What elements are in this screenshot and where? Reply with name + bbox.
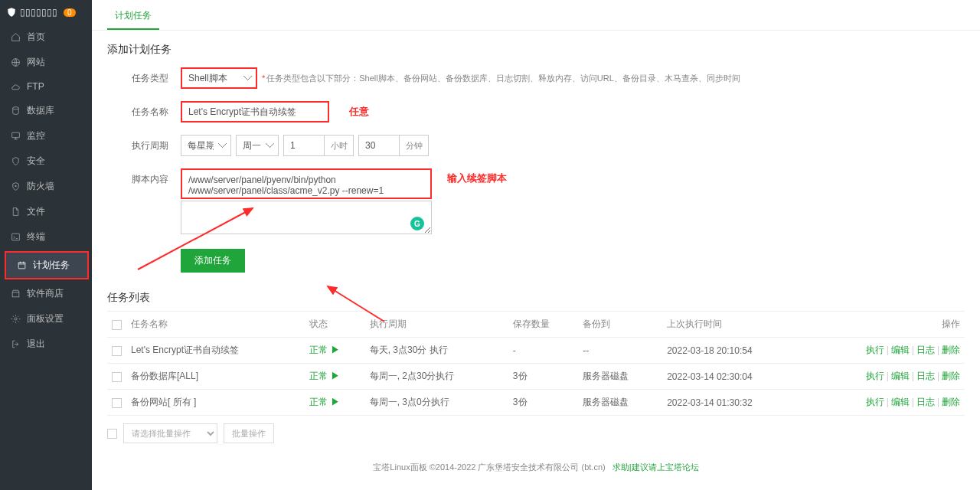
op-执行[interactable]: 执行 bbox=[866, 345, 884, 355]
tab-crontab[interactable]: 计划任务 bbox=[107, 3, 159, 30]
batch-action-button[interactable]: 批量操作 bbox=[224, 423, 274, 443]
sidebar-item-task[interactable]: 计划任务 bbox=[6, 253, 87, 278]
label-task-type: 任务类型 bbox=[107, 67, 181, 85]
cell-status[interactable]: 正常 ▶ bbox=[305, 338, 364, 364]
add-task-button[interactable]: 添加任务 bbox=[181, 249, 245, 273]
cycle-hour-input[interactable] bbox=[283, 135, 325, 156]
cell-name: 备份网站[ 所有 ] bbox=[126, 390, 305, 416]
wall-icon bbox=[11, 181, 21, 191]
task-type-hint: *任务类型包含以下部分：Shell脚本、备份网站、备份数据库、日志切割、释放内存… bbox=[262, 73, 740, 84]
notification-badge[interactable]: 0 bbox=[64, 8, 76, 17]
cell-ops: 执行|编辑|日志|删除 bbox=[806, 364, 965, 390]
globe-icon bbox=[11, 57, 21, 67]
label-cycle: 执行周期 bbox=[107, 135, 181, 152]
cell-last: 2022-03-14 02:30:04 bbox=[662, 364, 806, 390]
op-日志[interactable]: 日志 bbox=[916, 345, 935, 355]
footer: 宝塔Linux面板 ©2014-2022 广东堡塔安全技术有限公司 (bt.cn… bbox=[92, 451, 980, 476]
cell-cycle: 每周一, 3点0分执行 bbox=[365, 390, 508, 416]
batch-action-select[interactable]: 请选择批量操作 bbox=[123, 423, 217, 443]
sidebar-item-label: 文件 bbox=[27, 205, 45, 218]
cell-cycle: 每天, 3点30分 执行 bbox=[365, 338, 508, 364]
cycle-min-input[interactable] bbox=[358, 135, 400, 156]
shield-icon bbox=[6, 7, 17, 18]
row-checkbox[interactable] bbox=[112, 346, 122, 356]
cell-status[interactable]: 正常 ▶ bbox=[305, 364, 364, 390]
sidebar-item-exit[interactable]: 退出 bbox=[0, 332, 92, 357]
sidebar-item-label: 网站 bbox=[27, 56, 45, 69]
sidebar-item-label: FTP bbox=[27, 81, 44, 92]
col-header: 备份到 bbox=[578, 312, 662, 338]
op-编辑[interactable]: 编辑 bbox=[891, 345, 910, 355]
op-编辑[interactable]: 编辑 bbox=[891, 371, 910, 381]
col-header: 任务名称 bbox=[126, 312, 305, 338]
row-checkbox[interactable] bbox=[112, 398, 122, 408]
sidebar-item-label: 防火墙 bbox=[27, 180, 54, 193]
unit-hour: 小时 bbox=[325, 135, 354, 156]
sidebar-item-file[interactable]: 文件 bbox=[0, 199, 92, 224]
row-checkbox[interactable] bbox=[112, 372, 122, 382]
sidebar-item-shield[interactable]: 安全 bbox=[0, 149, 92, 174]
task-type-select[interactable]: Shell脚本 bbox=[181, 67, 257, 89]
unit-min: 分钟 bbox=[400, 135, 429, 156]
sidebar-item-label: 数据库 bbox=[27, 104, 54, 117]
svg-point-7 bbox=[15, 318, 17, 320]
sidebar-item-cloud[interactable]: FTP bbox=[0, 75, 92, 98]
cell-last: 2022-03-18 20:10:54 bbox=[662, 338, 806, 364]
script-content-textarea[interactable] bbox=[181, 168, 432, 199]
cell-keep: 3份 bbox=[508, 390, 579, 416]
select-all-bottom-checkbox[interactable] bbox=[107, 429, 117, 439]
label-script: 脚本内容 bbox=[107, 168, 181, 186]
sidebar-item-label: 面板设置 bbox=[27, 312, 64, 325]
cell-ops: 执行|编辑|日志|删除 bbox=[806, 338, 965, 364]
sidebar-item-monitor[interactable]: 监控 bbox=[0, 123, 92, 149]
cell-dest: -- bbox=[578, 338, 662, 364]
cell-keep: - bbox=[508, 338, 579, 364]
sidebar-item-term[interactable]: 终端 bbox=[0, 224, 92, 250]
cell-ops: 执行|编辑|日志|删除 bbox=[806, 390, 965, 416]
annotation-name: 任意 bbox=[349, 105, 369, 119]
sidebar-item-label: 安全 bbox=[27, 155, 45, 168]
sidebar-item-label: 退出 bbox=[27, 338, 45, 351]
term-icon bbox=[11, 232, 21, 242]
op-删除[interactable]: 删除 bbox=[942, 397, 960, 407]
cell-last: 2022-03-14 01:30:32 bbox=[662, 390, 806, 416]
sidebar-item-store[interactable]: 软件商店 bbox=[0, 281, 92, 306]
cloud-icon bbox=[11, 82, 21, 92]
table-row: Let's Encrypt证书自动续签正常 ▶每天, 3点30分 执行---20… bbox=[107, 338, 965, 364]
sidebar-item-home[interactable]: 首页 bbox=[0, 24, 92, 50]
cell-status[interactable]: 正常 ▶ bbox=[305, 390, 364, 416]
cell-keep: 3份 bbox=[508, 364, 579, 390]
sidebar-item-globe[interactable]: 网站 bbox=[0, 50, 92, 75]
op-日志[interactable]: 日志 bbox=[916, 371, 935, 381]
sidebar-item-label: 首页 bbox=[27, 31, 45, 44]
task-table: 任务名称状态执行周期保存数量备份到上次执行时间操作 Let's Encrypt证… bbox=[107, 311, 965, 416]
svg-rect-5 bbox=[18, 263, 25, 269]
sidebar-item-gear[interactable]: 面板设置 bbox=[0, 306, 92, 332]
cycle-weekday-select[interactable]: 周一 bbox=[236, 135, 279, 156]
op-执行[interactable]: 执行 bbox=[866, 397, 884, 407]
op-日志[interactable]: 日志 bbox=[916, 397, 935, 407]
op-删除[interactable]: 删除 bbox=[942, 345, 960, 355]
script-content-textarea-ext[interactable] bbox=[181, 201, 432, 234]
annotation-script: 输入续签脚本 bbox=[447, 172, 507, 185]
sidebar-item-label: 终端 bbox=[27, 230, 45, 243]
cell-name: 备份数据库[ALL] bbox=[126, 364, 305, 390]
op-编辑[interactable]: 编辑 bbox=[891, 397, 910, 407]
cycle-period-select[interactable]: 每星期 bbox=[181, 135, 231, 156]
op-删除[interactable]: 删除 bbox=[942, 371, 960, 381]
brand-text: ▯▯▯▯▯▯▯ bbox=[20, 7, 57, 18]
sidebar-item-wall[interactable]: 防火墙 bbox=[0, 174, 92, 199]
col-header: 操作 bbox=[806, 312, 965, 338]
task-name-input[interactable] bbox=[181, 101, 329, 122]
select-all-checkbox[interactable] bbox=[112, 320, 122, 330]
footer-forum-link[interactable]: 求助|建议请上宝塔论坛 bbox=[612, 462, 699, 472]
file-icon bbox=[11, 207, 21, 217]
col-header: 保存数量 bbox=[508, 312, 579, 338]
sidebar-item-db[interactable]: 数据库 bbox=[0, 98, 92, 123]
table-row: 备份网站[ 所有 ]正常 ▶每周一, 3点0分执行3份服务器磁盘2022-03-… bbox=[107, 390, 965, 416]
op-执行[interactable]: 执行 bbox=[866, 371, 884, 381]
exit-icon bbox=[11, 339, 21, 349]
tab-bar: 计划任务 bbox=[92, 0, 980, 31]
section-add-title: 添加计划任务 bbox=[92, 31, 980, 64]
col-header: 执行周期 bbox=[365, 312, 508, 338]
